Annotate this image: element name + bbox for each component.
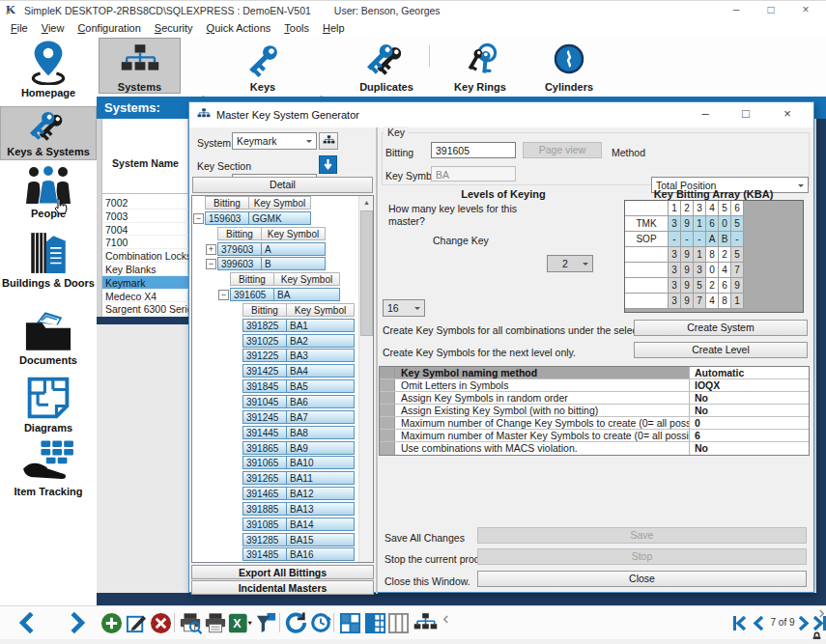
add-button[interactable] <box>100 610 124 635</box>
kba-cell[interactable]: - <box>731 232 744 247</box>
detail-button[interactable]: Detail <box>192 177 373 193</box>
kba-cell[interactable]: 3 <box>694 263 706 278</box>
kba-cell[interactable]: 7 <box>694 294 706 309</box>
create-system-button[interactable]: Create System <box>634 320 808 336</box>
settings-row[interactable]: Use combinations with MACS violation.No <box>380 442 809 455</box>
tree-node-row[interactable]: 391425BA4 <box>192 364 359 379</box>
columns-view-button[interactable] <box>386 610 411 635</box>
tree-scrollbar[interactable]: ▲ <box>358 196 373 562</box>
system-row[interactable]: 7004 <box>102 223 188 237</box>
kba-cell[interactable]: 5 <box>731 216 744 232</box>
settings-row-value[interactable]: No <box>689 405 809 416</box>
incidental-masters-button[interactable]: Incidental Masters <box>191 580 374 595</box>
tree-node-row[interactable]: 391085BA14 <box>192 518 359 533</box>
kba-cell[interactable]: 3 <box>669 294 681 309</box>
tree-node-row[interactable]: 391865BA9 <box>192 441 359 457</box>
kba-cell[interactable]: 8 <box>706 247 719 263</box>
kba-cell[interactable]: A <box>706 232 719 247</box>
create-level-button[interactable]: Create Level <box>634 342 808 358</box>
bitting-input[interactable]: 391605 <box>431 142 516 158</box>
tree-node-row[interactable]: 391225BA3 <box>192 349 359 364</box>
kba-cell[interactable]: 9 <box>681 263 694 278</box>
sidebar-item-homepage[interactable]: Homepage <box>0 39 97 98</box>
window-minimize-button[interactable]: – <box>720 1 753 20</box>
tree-node-row[interactable]: −399603B <box>192 257 359 272</box>
kba-cell[interactable]: 9 <box>731 278 744 294</box>
kba-cell[interactable]: 3 <box>669 247 681 263</box>
menu-security[interactable]: Security <box>148 22 200 34</box>
pager-next-button[interactable] <box>796 610 812 635</box>
kba-cell[interactable]: 6 <box>706 216 719 232</box>
excel-export-button[interactable]: X <box>228 610 252 635</box>
tree-view-button[interactable] <box>413 610 438 635</box>
settings-row-value[interactable]: Automatic <box>689 367 809 378</box>
tree-node-row[interactable]: 391885BA13 <box>192 502 359 518</box>
kba-cell[interactable]: 6 <box>719 278 731 294</box>
nav-tile-systems[interactable]: Systems <box>99 38 181 94</box>
tree-expander[interactable]: + <box>206 244 216 255</box>
column-header-system-name[interactable]: System Name <box>102 157 188 169</box>
kba-cell[interactable]: 3 <box>669 216 681 232</box>
tree-node-row[interactable]: −391605BA <box>192 288 359 303</box>
kba-cell[interactable]: 4 <box>706 294 719 309</box>
kba-cell[interactable]: 9 <box>681 294 694 309</box>
export-all-bittings-button[interactable]: Export All Bittings <box>191 565 374 579</box>
nav-tile-keys[interactable]: Keys <box>224 38 301 94</box>
tree-node-row[interactable]: 391465BA12 <box>192 487 359 502</box>
grid-view-button[interactable] <box>338 610 362 635</box>
print-preview-button[interactable] <box>178 610 202 635</box>
settings-row[interactable]: Maximum number of Change Key Symbols to … <box>380 417 809 430</box>
kba-cell[interactable]: 0 <box>706 263 719 278</box>
settings-row[interactable]: Assign Existing Key Symbol (with no bitt… <box>380 405 809 417</box>
kba-cell[interactable]: 3 <box>669 263 681 278</box>
tree-node-row[interactable]: 391485BA16 <box>192 547 359 563</box>
kba-cell[interactable]: 2 <box>719 247 731 263</box>
pager-first-button[interactable] <box>730 610 748 635</box>
kba-cell[interactable]: B <box>719 232 731 247</box>
kba-cell[interactable]: 9 <box>681 216 694 232</box>
system-row[interactable]: Sargent 6300 Series <box>102 302 188 316</box>
print-button[interactable] <box>203 610 227 635</box>
toolbar-overflow-right-icon[interactable] <box>818 608 825 620</box>
menu-configuration[interactable]: Configuration <box>71 22 147 34</box>
window-maximize-button[interactable]: □ <box>755 1 787 20</box>
tree-node-row[interactable]: 391045BA6 <box>192 395 359 410</box>
settings-row-value[interactable]: No <box>689 442 809 455</box>
kba-cell[interactable]: - <box>669 232 681 247</box>
settings-row-value[interactable]: 6 <box>689 430 809 441</box>
toolbar-overflow-left-icon[interactable] <box>440 606 451 631</box>
kba-cell[interactable]: 2 <box>706 278 719 294</box>
kba-cell[interactable]: 7 <box>731 263 744 278</box>
menu-quick-actions[interactable]: Quick Actions <box>200 22 278 34</box>
tree-node-row[interactable]: 391825BA1 <box>192 319 359 334</box>
settings-row[interactable]: Assign Key Symbols in random orderNo <box>380 392 809 405</box>
tree-node-row[interactable]: 391285BA15 <box>192 533 359 548</box>
filter-button[interactable] <box>254 610 278 635</box>
key-section-go-button[interactable] <box>319 155 337 174</box>
kba-cell[interactable]: 3 <box>669 278 681 294</box>
dialog-minimize-button[interactable]: – <box>690 105 721 125</box>
system-row[interactable]: 7003 <box>102 210 188 223</box>
dialog-maximize-button[interactable]: □ <box>730 105 761 125</box>
kba-cell[interactable]: 9 <box>681 278 694 294</box>
system-row[interactable]: Medeco X4 <box>102 290 188 303</box>
kba-cell[interactable]: 1 <box>694 216 706 232</box>
edit-button[interactable] <box>125 610 149 635</box>
nav-tile-duplicates[interactable]: Duplicates <box>340 38 433 94</box>
close-button[interactable]: Close <box>477 571 807 587</box>
system-row[interactable]: Key Blanks <box>102 263 188 276</box>
tree-node-row[interactable]: 391245BA7 <box>192 410 359 426</box>
tree-node-row[interactable]: 391065BA10 <box>192 456 359 471</box>
kba-cell[interactable]: 5 <box>694 278 706 294</box>
tree-node-row[interactable]: 391445BA8 <box>192 426 359 441</box>
history-forward-button[interactable] <box>64 610 91 635</box>
history-back-button[interactable] <box>14 610 41 635</box>
pager-prev-button[interactable] <box>750 610 765 635</box>
panel-splitter[interactable] <box>376 127 378 594</box>
kba-cell[interactable]: 8 <box>719 294 731 309</box>
change-key-count-combobox[interactable]: 16 <box>383 299 425 317</box>
window-close-button[interactable]: × <box>789 1 822 20</box>
auto-refresh-button[interactable] <box>308 610 332 635</box>
levels-count-combobox[interactable]: 2 <box>547 255 593 272</box>
settings-row[interactable]: Omit Letters in SymbolsIOQX <box>380 379 809 392</box>
